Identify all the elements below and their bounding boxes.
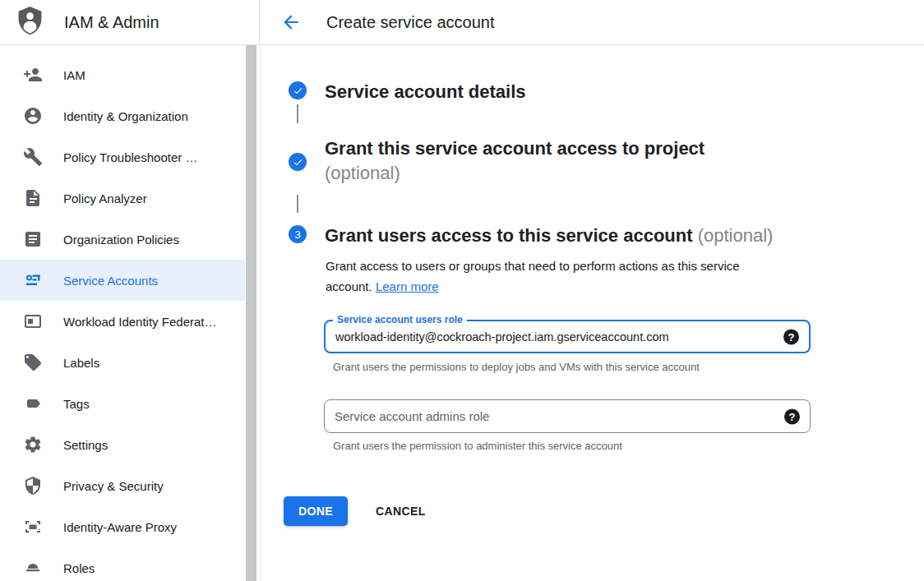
step-connector: [297, 104, 298, 123]
sidebar-scrollbar[interactable]: [246, 45, 256, 581]
step3-number: 3: [294, 228, 300, 241]
person-add-icon: [23, 65, 43, 85]
sidebar-item-label: Organization Policies: [63, 233, 179, 247]
service-account-users-role-field[interactable]: Service account users role ?: [324, 320, 811, 353]
sidebar-item-organization-policies[interactable]: Organization Policies: [0, 219, 245, 260]
arrow-back-icon: [280, 12, 302, 33]
sidebar-item-labels[interactable]: Labels: [0, 342, 245, 383]
sidebar-item-label: Workload Identity Federat…: [63, 315, 216, 329]
done-button[interactable]: DONE: [284, 496, 348, 526]
sidebar-item-privacy-security[interactable]: Privacy & Security: [0, 465, 245, 506]
sidebar-item-iam[interactable]: IAM: [0, 54, 245, 95]
sidebar-item-label: Policy Analyzer: [63, 191, 147, 205]
shield-half-icon: [23, 476, 43, 496]
sidebar-item-workload-identity-federation[interactable]: Workload Identity Federat…: [0, 301, 245, 342]
sidebar-item-label: Policy Troubleshooter …: [63, 150, 197, 164]
step2-title-text: Grant this service account access to pro…: [325, 138, 705, 159]
learn-more-link[interactable]: Learn more: [376, 279, 439, 293]
sidebar-item-label: Roles: [63, 561, 95, 575]
sidebar-item-label: Identity & Organization: [63, 109, 188, 123]
service-account-icon: [23, 270, 43, 290]
sidebar-nav: IAM Identity & Organization Policy Troub…: [0, 45, 245, 581]
document-gear-icon: [23, 188, 43, 208]
hat-icon: [23, 558, 43, 578]
back-button[interactable]: [278, 9, 304, 35]
top-bar: IAM & Admin Create service account: [0, 0, 924, 45]
sidebar-item-settings[interactable]: Settings: [0, 424, 245, 465]
create-service-account-form: Service account details Grant this servi…: [261, 45, 924, 581]
step3-title: Grant users access to this service accou…: [325, 224, 773, 247]
cancel-button[interactable]: CANCEL: [369, 496, 432, 526]
label-icon: [23, 394, 43, 413]
users-role-helper-text: Grant users the permissions to deploy jo…: [333, 361, 700, 373]
card-icon: [23, 311, 43, 331]
account-circle-icon: [23, 106, 43, 126]
help-icon[interactable]: ?: [783, 329, 799, 344]
step3-description: Grant access to users or groups that nee…: [326, 256, 786, 297]
step2-title: Grant this service account access to pro…: [325, 136, 705, 186]
page-title: Create service account: [326, 13, 495, 32]
article-icon: [23, 229, 43, 249]
sidebar-item-label: Privacy & Security: [63, 479, 164, 493]
step3-optional-text: (optional): [698, 225, 774, 246]
sidebar-item-label: Identity-Aware Proxy: [63, 520, 177, 534]
step1-title: Service account details: [325, 80, 526, 104]
sidebar-item-policy-troubleshooter[interactable]: Policy Troubleshooter …: [0, 136, 245, 178]
step3-number-badge: 3: [289, 225, 307, 243]
wrench-icon: [23, 147, 43, 167]
sidebar-item-policy-analyzer[interactable]: Policy Analyzer: [0, 178, 245, 219]
step3-title-text: Grant users access to this service accou…: [325, 225, 693, 246]
proxy-icon: [23, 517, 43, 537]
sidebar-item-roles[interactable]: Roles: [0, 547, 245, 581]
sidebar-item-identity-aware-proxy[interactable]: Identity-Aware Proxy: [0, 506, 245, 547]
admins-role-helper-text: Grant users the permission to administer…: [333, 440, 622, 452]
sidebar-item-label: Settings: [63, 438, 108, 452]
tag-icon: [23, 353, 43, 372]
users-role-input[interactable]: [335, 321, 755, 352]
sidebar-item-service-accounts[interactable]: Service Accounts: [0, 260, 245, 301]
sidebar-item-label: Tags: [63, 397, 90, 411]
sidebar-item-label: IAM: [63, 68, 85, 82]
service-account-admins-role-field[interactable]: ?: [324, 399, 811, 433]
step2-optional-text: (optional): [325, 163, 400, 183]
step1-complete-check-icon: [289, 81, 307, 99]
page-header: Create service account: [260, 0, 924, 44]
step2-complete-check-icon: [289, 153, 307, 171]
step-connector: [297, 195, 298, 213]
sidebar-item-tags[interactable]: Tags: [0, 383, 245, 424]
admins-role-input[interactable]: [335, 400, 754, 432]
gear-icon: [23, 435, 43, 454]
iam-shield-icon: [17, 7, 43, 38]
sidebar-item-identity-organization[interactable]: Identity & Organization: [0, 95, 245, 136]
app-header: IAM & Admin: [0, 0, 260, 44]
sidebar-item-label: Labels: [63, 356, 99, 370]
sidebar-item-label: Service Accounts: [63, 274, 158, 288]
app-title: IAM & Admin: [64, 13, 159, 32]
help-icon[interactable]: ?: [784, 408, 800, 424]
